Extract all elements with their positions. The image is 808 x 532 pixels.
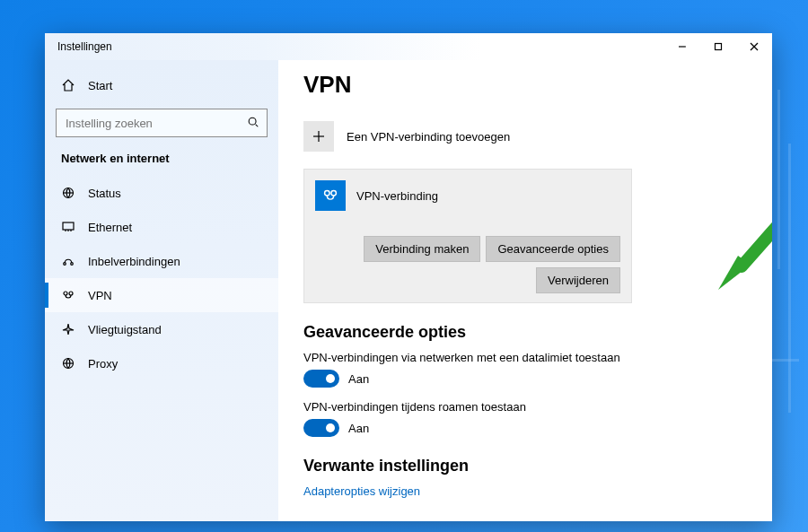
advanced-section-title: Geavanceerde opties [303,323,747,342]
sidebar-item-dialup[interactable]: Inbelverbindingen [45,244,278,278]
maximize-icon [714,42,723,51]
settings-window: Instellingen Start [45,33,772,521]
home-label: Start [88,79,112,92]
svg-rect-8 [63,222,74,230]
plus-icon [303,121,334,152]
home-button[interactable]: Start [45,69,278,101]
vpn-icon [61,288,75,302]
search-box[interactable] [56,109,268,137]
sidebar-item-label: Proxy [88,357,118,371]
ethernet-icon [61,220,75,234]
desktop-background: Instellingen Start [0,0,808,532]
sidebar-item-vpn[interactable]: VPN [45,278,278,312]
search-icon [247,116,259,131]
page-title: VPN [303,71,747,99]
advanced-options-button[interactable]: Geavanceerde opties [486,236,620,262]
svg-point-13 [71,263,74,266]
sidebar-item-label: Ethernet [88,221,132,234]
sidebar-item-label: VPN [88,289,112,302]
airplane-icon [61,322,75,336]
connect-button[interactable]: Verbinding maken [364,236,480,262]
maximize-button[interactable] [700,33,736,60]
sidebar-item-label: Inbelverbindingen [88,255,180,268]
vpn-connection-name: VPN-verbinding [356,189,438,203]
adapter-options-link[interactable]: Adapteropties wijzigen [303,484,747,498]
add-vpn-label: Een VPN-verbinding toevoegen [347,130,510,144]
toggle-row-metered: VPN-verbindingen via netwerken met een d… [303,351,747,388]
sidebar-item-proxy[interactable]: Proxy [45,346,278,380]
metered-toggle[interactable] [303,370,339,388]
search-input[interactable] [64,116,247,131]
close-icon [750,42,759,51]
vpn-connection-card[interactable]: VPN-verbinding Verbinding maken Geavance… [303,169,632,303]
toggle-row-roaming: VPN-verbindingen tijdens roamen toestaan… [303,400,747,437]
svg-point-14 [64,292,67,295]
sidebar-item-label: Vliegtuigstand [88,323,162,336]
content-area: VPN Een VPN-verbinding toevoegen VPN-ver… [278,60,772,521]
roaming-toggle[interactable] [303,419,339,437]
minimize-button[interactable] [664,33,700,60]
svg-point-4 [249,118,256,125]
svg-point-15 [69,292,73,295]
related-section-title: Verwante instellingen [303,457,747,475]
svg-point-12 [64,263,66,266]
remove-button[interactable]: Verwijderen [536,267,620,293]
close-button[interactable] [736,33,772,60]
sidebar-item-ethernet[interactable]: Ethernet [45,210,278,244]
toggle-state-text: Aan [348,372,369,386]
svg-line-23 [742,193,772,266]
dialup-icon [61,254,75,268]
vpn-connection-icon [315,180,346,211]
svg-rect-1 [716,44,722,50]
svg-point-21 [331,191,337,196]
sidebar-item-label: Status [88,187,121,200]
toggle-label: VPN-verbindingen via netwerken met een d… [303,351,747,364]
annotation-arrow [718,186,772,293]
svg-marker-22 [718,256,751,290]
titlebar: Instellingen [45,33,772,60]
home-icon [61,78,75,92]
sidebar-section-title: Netwerk en internet [45,146,278,176]
proxy-icon [61,356,75,371]
sidebar: Start Netwerk en internet Status [45,60,278,521]
sidebar-item-status[interactable]: Status [45,176,278,210]
status-icon [61,186,75,200]
toggle-label: VPN-verbindingen tijdens roamen toestaan [303,400,747,414]
minimize-icon [678,42,687,51]
sidebar-nav: Status Ethernet Inbelverbindingen [45,176,278,380]
sidebar-item-airplane[interactable]: Vliegtuigstand [45,312,278,346]
svg-point-20 [325,191,330,196]
window-title: Instellingen [57,40,112,53]
svg-line-5 [256,124,259,126]
toggle-state-text: Aan [348,422,369,435]
add-vpn-row[interactable]: Een VPN-verbinding toevoegen [303,111,747,161]
